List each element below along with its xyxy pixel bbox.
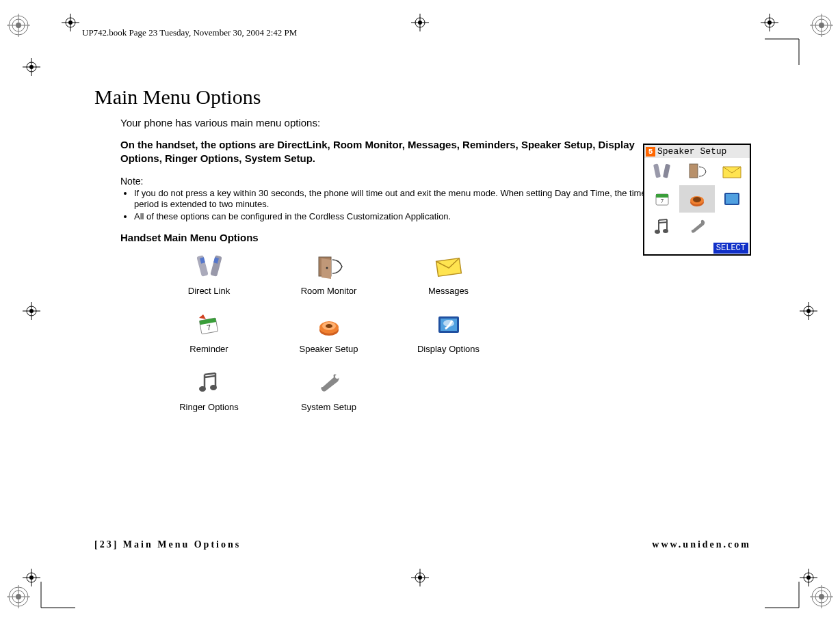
screen-title: Speaker Setup (657, 146, 726, 157)
crop-mark-icon (7, 585, 30, 608)
svg-text:7: 7 (661, 198, 664, 204)
crop-corner-icon (34, 582, 75, 612)
notes-list: If you do not press a key within 30 seco… (120, 188, 668, 223)
footer-left: [23] Main Menu Options (94, 539, 241, 550)
svg-point-47 (418, 21, 422, 25)
menu-label: System Setup (301, 402, 356, 412)
svg-point-43 (806, 576, 811, 580)
footer-right: www.uniden.com (652, 539, 751, 550)
screen-icon-display (715, 185, 750, 213)
svg-rect-88 (656, 194, 668, 198)
screen-icon-music (644, 213, 679, 240)
menu-label: Speaker Setup (299, 344, 358, 354)
svg-marker-69 (436, 258, 461, 277)
svg-point-39 (418, 576, 422, 580)
svg-point-35 (29, 576, 34, 580)
menu-item-messages: Messages (389, 250, 508, 296)
svg-point-27 (29, 309, 34, 313)
menu-icon-grid: Direct Link Room Monitor Messages 7 Remi… (149, 250, 751, 412)
page-footer: [23] Main Menu Options www.uniden.com (94, 539, 751, 550)
crop-corner-icon (765, 582, 806, 612)
intro-text: Your phone has various main menu options… (120, 117, 751, 129)
register-mark-icon (411, 569, 429, 586)
screen-icon-door (679, 158, 714, 185)
register-mark-icon (62, 14, 79, 31)
svg-point-80 (199, 386, 206, 392)
svg-rect-83 (653, 163, 661, 178)
svg-point-23 (29, 65, 34, 69)
display-icon (389, 308, 508, 341)
page-title: Main Menu Options (94, 85, 751, 109)
select-softkey: SELECT (713, 243, 748, 254)
crop-mark-icon (810, 14, 833, 37)
menu-item-speaker-setup: Speaker Setup (269, 308, 389, 354)
crop-mark-icon (7, 14, 30, 37)
svg-point-92 (693, 197, 701, 202)
svg-point-55 (68, 21, 73, 25)
svg-point-81 (210, 385, 217, 390)
svg-point-82 (335, 375, 339, 379)
calendar-icon: 7 (149, 308, 269, 341)
screen-icon-wrench (679, 213, 714, 240)
page-header-info: UP742.book Page 23 Tuesday, November 30,… (82, 27, 297, 38)
crop-mark-icon (810, 585, 833, 608)
note-item: If you do not press a key within 30 seco… (134, 188, 668, 211)
menu-label: Messages (428, 286, 469, 296)
note-item: All of these options can be configured i… (134, 211, 668, 222)
speaker-icon (269, 308, 389, 341)
register-mark-icon (800, 302, 817, 320)
menu-item-room-monitor: Room Monitor (269, 250, 389, 296)
music-note-icon (149, 366, 269, 399)
menu-item-system-setup: System Setup (269, 366, 389, 412)
screen-icon-speaker-selected (679, 185, 714, 213)
register-mark-icon (411, 14, 429, 31)
svg-point-51 (767, 21, 772, 25)
wrench-icon (269, 366, 389, 399)
menu-index-badge: 5 (646, 147, 655, 157)
screen-icon-empty (715, 213, 750, 240)
screen-icon-envelope (715, 158, 750, 185)
crop-corner-icon (765, 38, 806, 68)
menu-label: Display Options (417, 344, 480, 354)
menu-item-display-options: Display Options (389, 308, 508, 354)
menu-label: Ringer Options (179, 402, 239, 412)
svg-point-76 (326, 324, 332, 328)
phones-icon (149, 250, 269, 283)
register-mark-icon (23, 58, 40, 76)
svg-rect-84 (663, 164, 670, 178)
svg-point-31 (806, 309, 811, 313)
register-mark-icon (23, 302, 40, 320)
menu-label: Reminder (189, 344, 228, 354)
svg-rect-85 (690, 164, 698, 178)
svg-point-96 (663, 229, 668, 233)
menu-item-direct-link: Direct Link (149, 250, 269, 296)
svg-point-68 (326, 267, 328, 269)
envelope-icon (389, 250, 508, 283)
screen-icon-calendar: 7 (644, 185, 679, 213)
menu-label: Room Monitor (301, 286, 357, 296)
svg-point-95 (655, 230, 660, 234)
menu-item-reminder: 7 Reminder (149, 308, 269, 354)
screen-icon-phones (644, 158, 679, 185)
handset-options-text: On the handset, the options are DirectLi… (120, 138, 654, 166)
door-icon (269, 250, 389, 283)
menu-item-ringer-options: Ringer Options (149, 366, 269, 412)
svg-rect-94 (726, 194, 738, 204)
menu-label: Direct Link (188, 286, 230, 296)
handset-screen-preview: 5 Speaker Setup 7 SELECT (643, 144, 751, 256)
register-mark-icon (761, 14, 778, 31)
